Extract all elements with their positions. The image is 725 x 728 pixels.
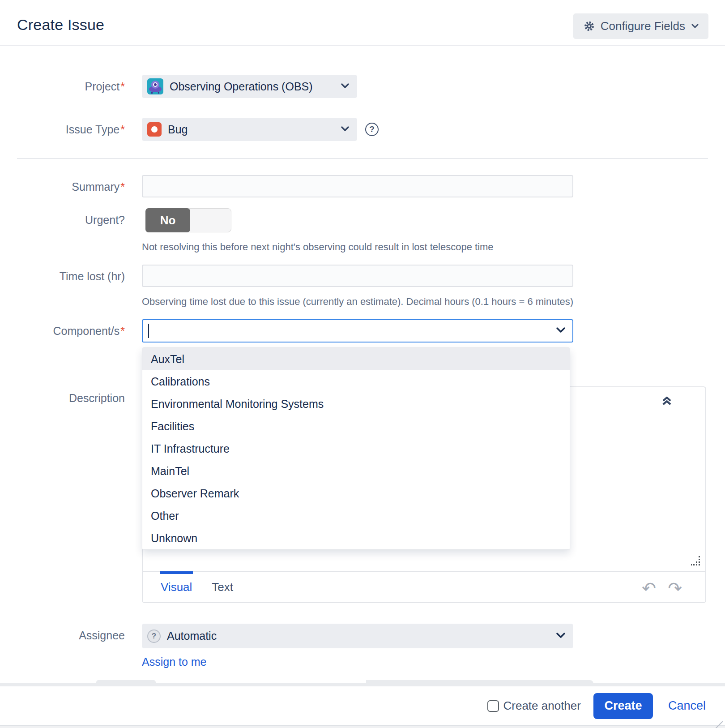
issue-type-select[interactable]: Bug (142, 118, 357, 141)
create-issue-dialog: Create Issue Configure Fields Project* (0, 0, 725, 728)
components-combobox[interactable] (142, 319, 573, 343)
text-cursor (148, 324, 149, 338)
gear-icon (583, 20, 595, 32)
footer-divider (0, 683, 725, 686)
urgent-label: Urgent? (0, 208, 125, 227)
component-option-other[interactable]: Other (142, 505, 570, 527)
project-select[interactable]: Observing Operations (OBS) (142, 75, 357, 98)
components-dropdown-menu: AuxTelCalibrationsEnvironmental Monitori… (142, 347, 570, 550)
chevron-down-icon (556, 327, 565, 335)
create-another-checkbox[interactable] (487, 700, 499, 712)
assignee-label: Assignee (0, 624, 125, 642)
tab-text[interactable]: Text (211, 571, 234, 603)
component-option-unknown[interactable]: Unknown (142, 527, 570, 549)
create-button[interactable]: Create (593, 693, 653, 719)
urgent-row: Urgent? No Not resolving this before nex… (0, 208, 725, 253)
configure-fields-button[interactable]: Configure Fields (573, 13, 708, 39)
assignee-row: Assignee ? Automatic (0, 624, 725, 648)
dialog-header: Create Issue Configure Fields (0, 0, 725, 46)
issue-type-row: Issue Type* Bug ? (0, 118, 725, 141)
create-another-label: Create another (503, 699, 581, 713)
window-resize-grip[interactable] (715, 718, 724, 727)
summary-label: Summary* (0, 175, 125, 193)
assignee-select[interactable]: ? Automatic (142, 624, 573, 648)
required-asterisk: * (120, 80, 125, 93)
collapse-toolbar-icon[interactable] (661, 394, 673, 409)
undo-icon[interactable]: ↶ (642, 580, 656, 597)
time-lost-label: Time lost (hr) (0, 265, 125, 283)
create-another-option[interactable]: Create another (487, 699, 581, 713)
component-option-observer-remark[interactable]: Observer Remark (142, 482, 570, 505)
component-option-calibrations[interactable]: Calibrations (142, 370, 570, 393)
assignee-selected-value: Automatic (167, 630, 217, 642)
assign-to-me-link[interactable]: Assign to me (142, 655, 207, 668)
bug-type-icon (147, 122, 162, 137)
editor-tabbar: Visual Text ↶ ↷ (143, 571, 705, 602)
time-lost-input[interactable] (142, 265, 573, 287)
redo-icon[interactable]: ↷ (668, 580, 682, 597)
section-divider (17, 158, 708, 159)
components-row: Component/s* AuxTelCalibrationsEnvironme… (0, 319, 725, 343)
time-lost-row: Time lost (hr) Observing time lost due t… (0, 265, 725, 308)
issue-type-label: Issue Type* (0, 118, 125, 136)
unknown-user-avatar: ? (147, 630, 161, 643)
description-label: Description (0, 386, 125, 405)
component-option-environmental-monitoring-systems[interactable]: Environmental Monitoring Systems (142, 393, 570, 415)
window-bottom-edge (0, 725, 725, 728)
component-option-maintel[interactable]: MainTel (142, 460, 570, 482)
project-label: Project* (0, 75, 125, 93)
required-asterisk: * (120, 325, 125, 337)
editor-resize-grip[interactable] (691, 556, 701, 567)
urgent-toggle-state: No (145, 208, 190, 232)
component-option-it-infrastructure[interactable]: IT Infrastructure (142, 437, 570, 460)
chevron-down-icon (341, 82, 349, 90)
component-option-auxtel[interactable]: AuxTel (142, 348, 570, 370)
cancel-button[interactable]: Cancel (668, 699, 706, 713)
components-label: Component/s* (0, 319, 125, 338)
required-asterisk: * (120, 123, 125, 136)
tab-visual[interactable]: Visual (160, 571, 193, 603)
summary-row: Summary* (0, 175, 725, 197)
time-lost-help-text: Observing time lost due to this issue (c… (142, 296, 573, 308)
configure-fields-label: Configure Fields (601, 19, 685, 33)
summary-input[interactable] (142, 175, 573, 197)
chevron-down-icon (691, 24, 699, 29)
project-row: Project* Observing Operations (OBS) (0, 75, 725, 98)
component-option-facilities[interactable]: Facilities (142, 415, 570, 437)
chevron-down-icon (341, 125, 349, 133)
urgent-help-text: Not resolving this before next night's o… (142, 241, 494, 253)
project-selected-value: Observing Operations (OBS) (170, 80, 313, 93)
urgent-toggle[interactable]: No (145, 208, 231, 232)
chevron-down-icon (556, 632, 565, 640)
help-icon[interactable]: ? (365, 123, 379, 136)
project-avatar-icon (147, 78, 163, 94)
create-issue-form: Project* Observing Operations (OBS) Issu… (0, 46, 725, 668)
issue-type-selected-value: Bug (168, 123, 188, 136)
dialog-footer: Create another Create Cancel (0, 686, 725, 725)
page-title: Create Issue (17, 16, 104, 34)
required-asterisk: * (120, 180, 125, 193)
